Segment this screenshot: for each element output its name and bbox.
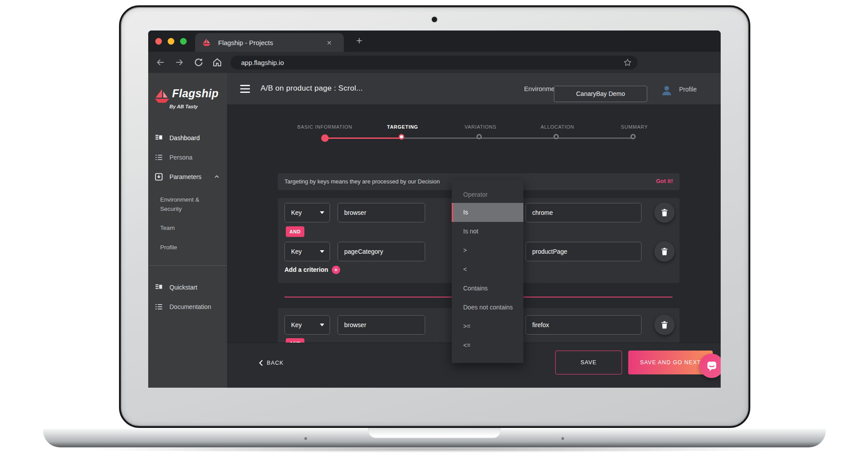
criterion-key-select[interactable]: Key	[284, 315, 330, 335]
sidebar-subitem-label: Environment & Security	[160, 195, 215, 214]
operator-option-is-not[interactable]: Is not	[452, 222, 523, 241]
browser-tab-bar: Flagship - Projects ✕ +	[148, 31, 721, 52]
plus-icon: +	[332, 266, 340, 274]
step-label-variations: VARIATIONS	[465, 124, 496, 130]
criterion-value-input[interactable]	[526, 242, 641, 261]
step-dot-allocation[interactable]	[553, 134, 559, 139]
banner-text: Targeting by keys means they are process…	[284, 178, 440, 185]
chevron-down-icon	[320, 324, 324, 326]
traffic-light-close-button[interactable]	[155, 38, 162, 45]
step-label-summary: SUMMARY	[621, 124, 648, 130]
documentation-icon	[154, 302, 163, 311]
chat-widget-button[interactable]	[699, 354, 721, 378]
sidebar-item-label: Parameters	[169, 173, 201, 180]
add-criterion-button[interactable]: Add a criterion +	[284, 264, 340, 275]
chat-bubble-icon	[706, 360, 718, 372]
criterion-name-input[interactable]	[338, 242, 425, 261]
add-criterion-label: Add a criterion	[284, 266, 328, 273]
criterion-key-select[interactable]: Key	[284, 203, 330, 222]
step-label-allocation: ALLOCATION	[541, 124, 574, 130]
laptop-base-notch	[368, 428, 501, 438]
operator-option-less-or-equal[interactable]: <=	[452, 336, 523, 355]
operator-option-is[interactable]: Is	[452, 203, 523, 222]
forward-icon[interactable]	[174, 57, 184, 68]
traffic-light-minimize-button[interactable]	[168, 38, 174, 45]
got-it-link[interactable]: Got it!	[656, 178, 673, 184]
save-button[interactable]: SAVE	[555, 351, 622, 374]
key-select-value: Key	[291, 321, 302, 328]
sidebar-subitem-environment-security[interactable]: Environment & Security	[148, 195, 227, 215]
page-title: A/B on product page : Scrol...	[261, 84, 363, 93]
chevron-up-icon	[214, 174, 220, 180]
sidebar-item-documentation[interactable]: Documentation	[148, 299, 227, 314]
step-dot-variations[interactable]	[476, 134, 482, 139]
home-icon[interactable]	[212, 57, 223, 68]
sidebar-subitem-profile[interactable]: Profile	[148, 243, 227, 255]
criterion-name-input[interactable]	[338, 315, 425, 335]
delete-criterion-button[interactable]	[654, 202, 675, 223]
url-text: app.flagship.io	[241, 59, 284, 66]
delete-criterion-button[interactable]	[654, 241, 675, 262]
criterion-value-input[interactable]	[526, 315, 641, 335]
sidebar: Flagship By AB Tasty Dashboard Persona P…	[148, 73, 227, 388]
operator-dropdown-label: Operator	[452, 186, 523, 203]
new-tab-button[interactable]: +	[353, 34, 366, 48]
criterion-name-input[interactable]	[338, 203, 425, 222]
sidebar-subitem-team[interactable]: Team	[148, 223, 227, 236]
chevron-down-icon	[320, 211, 324, 214]
step-dot-summary[interactable]	[630, 134, 636, 139]
operator-option-does-not-contains[interactable]: Does not contains	[452, 298, 523, 317]
project-selector[interactable]: CanaryBay Demo	[554, 86, 647, 102]
back-icon[interactable]	[155, 57, 166, 68]
user-avatar-icon[interactable]	[661, 84, 673, 97]
stepper-line-done	[325, 137, 403, 139]
sidebar-item-dashboard[interactable]: Dashboard	[148, 130, 227, 145]
back-label: BACK	[267, 360, 284, 366]
close-tab-icon[interactable]: ✕	[324, 38, 334, 48]
step-label-targeting: TARGETING	[387, 124, 418, 130]
sidebar-divider	[148, 265, 227, 266]
logo-wordmark: Flagship	[172, 87, 219, 100]
sidebar-item-label: Documentation	[169, 303, 211, 310]
trash-icon	[661, 247, 668, 256]
operator-dropdown-menu: Operator Is Is not > < Contains Does not…	[452, 180, 523, 363]
criterion-key-select[interactable]: Key	[284, 242, 330, 261]
step-dot-targeting[interactable]	[399, 134, 404, 140]
chevron-left-icon	[259, 360, 263, 366]
trash-icon	[661, 208, 668, 217]
sidebar-subitem-label: Team	[160, 223, 215, 233]
quickstart-icon	[154, 283, 163, 292]
profile-label[interactable]: Profile	[679, 86, 697, 93]
operator-option-less-than[interactable]: <	[452, 260, 523, 279]
sidebar-item-label: Quickstart	[169, 284, 197, 291]
step-label-basic-information: BASIC INFORMATION	[297, 124, 352, 130]
sidebar-item-label: Persona	[169, 154, 192, 161]
traffic-light-zoom-button[interactable]	[180, 38, 187, 45]
operator-option-greater-than[interactable]: >	[452, 241, 523, 260]
browser-window: Flagship - Projects ✕ + app.flagship.io	[148, 31, 721, 388]
url-address-bar[interactable]: app.flagship.io	[230, 56, 638, 69]
stepper-line-todo	[403, 137, 634, 139]
bookmark-star-icon[interactable]	[623, 58, 632, 67]
reload-icon[interactable]	[193, 57, 204, 68]
criterion-value-input[interactable]	[526, 203, 641, 222]
delete-criterion-button[interactable]	[654, 315, 675, 335]
hamburger-menu-icon[interactable]	[239, 84, 251, 94]
sidebar-item-persona[interactable]: Persona	[148, 150, 227, 165]
browser-tab[interactable]: Flagship - Projects ✕	[195, 33, 344, 52]
key-select-value: Key	[291, 209, 302, 216]
operator-option-greater-or-equal[interactable]: >=	[452, 317, 523, 336]
list-icon	[154, 153, 163, 162]
sidebar-item-quickstart[interactable]: Quickstart	[148, 280, 227, 295]
sidebar-item-parameters[interactable]: Parameters	[148, 169, 227, 184]
back-button[interactable]: BACK	[259, 360, 284, 366]
chevron-down-icon	[320, 250, 324, 253]
flagship-favicon-icon	[202, 38, 212, 47]
step-dot-basic-information[interactable]	[321, 134, 329, 142]
tab-title: Flagship - Projects	[218, 39, 273, 46]
sidebar-item-label: Dashboard	[169, 134, 200, 141]
webcam-dot	[432, 17, 437, 22]
operator-option-contains[interactable]: Contains	[452, 279, 523, 298]
browser-toolbar: app.flagship.io	[148, 52, 721, 73]
dashboard-icon	[154, 134, 163, 142]
